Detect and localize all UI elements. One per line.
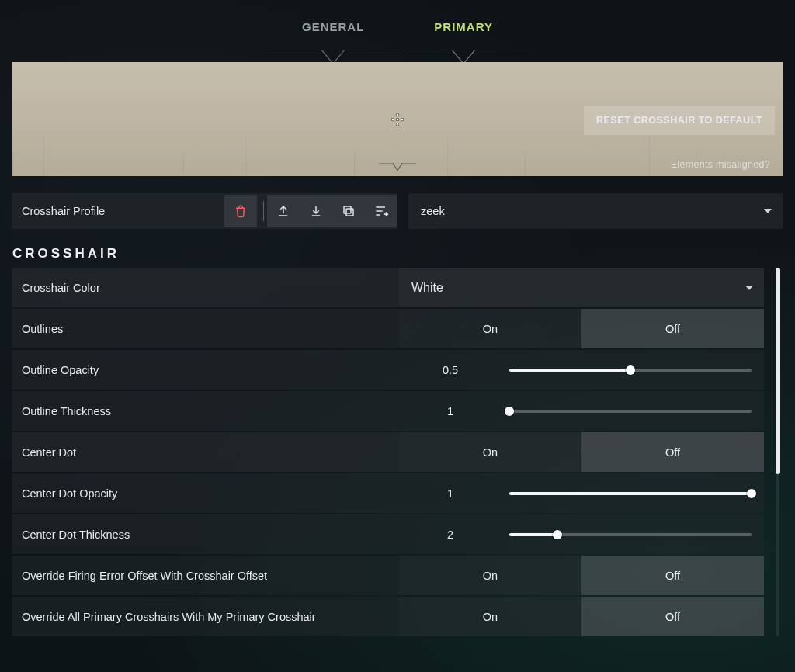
crosshair-icon	[392, 114, 403, 125]
override-firing-off[interactable]: Off	[581, 556, 764, 595]
center-dot-opacity-control: 1	[399, 473, 764, 513]
copy-profile-button[interactable]	[332, 195, 365, 227]
section-title-crosshair: CROSSHAIR	[12, 246, 783, 262]
svg-rect-0	[346, 209, 353, 216]
tab-primary[interactable]: PRIMARY	[434, 20, 493, 50]
row-label: Override Firing Error Offset With Crossh…	[12, 570, 399, 582]
settings-tabs: GENERAL PRIMARY	[0, 0, 795, 50]
sort-icon	[373, 203, 389, 219]
outline-thickness-control: 1	[399, 391, 764, 431]
profile-tools	[224, 193, 398, 229]
center-dot-opacity-slider[interactable]	[502, 473, 764, 513]
chevron-down-icon	[764, 209, 772, 213]
row-label: Outline Opacity	[12, 364, 399, 376]
row-override-all: Override All Primary Crosshairs With My …	[12, 597, 764, 636]
override-firing-toggle: On Off	[399, 556, 764, 595]
copy-icon	[342, 204, 356, 218]
reset-crosshair-button[interactable]: RESET CROSSHAIR TO DEFAULT	[584, 106, 775, 135]
center-dot-thickness-control: 2	[399, 514, 764, 554]
center-dot-thickness-value[interactable]: 2	[399, 528, 502, 541]
row-center-dot-opacity: Center Dot Opacity 1	[12, 473, 764, 513]
row-label: Center Dot	[12, 446, 399, 459]
row-outline-thickness: Outline Thickness 1	[12, 391, 764, 431]
trash-icon	[234, 204, 248, 218]
override-firing-on[interactable]: On	[399, 556, 581, 595]
preview-notch-icon	[379, 163, 416, 176]
row-outline-opacity: Outline Opacity 0.5	[12, 350, 764, 390]
row-override-firing: Override Firing Error Offset With Crossh…	[12, 556, 764, 595]
crosshair-preview: RESET CROSSHAIR TO DEFAULT Elements misa…	[12, 62, 783, 176]
override-all-toggle: On Off	[399, 597, 764, 636]
crosshair-profile-select[interactable]: zeek	[408, 193, 783, 229]
outlines-on[interactable]: On	[399, 309, 581, 348]
row-center-dot-thickness: Center Dot Thickness 2	[12, 514, 764, 554]
crosshair-color-value: White	[411, 281, 443, 295]
center-dot-toggle: On Off	[399, 432, 764, 472]
crosshair-profile-value: zeek	[421, 205, 445, 217]
row-label: Outline Thickness	[12, 405, 399, 417]
export-profile-button[interactable]	[267, 195, 300, 227]
crosshair-profile-panel: Crosshair Profile	[12, 193, 398, 229]
row-outlines: Outlines On Off	[12, 309, 764, 348]
outline-opacity-control: 0.5	[399, 350, 764, 390]
center-dot-off[interactable]: Off	[581, 432, 764, 472]
svg-rect-1	[344, 206, 351, 213]
center-dot-on[interactable]: On	[399, 432, 581, 472]
row-label: Crosshair Color	[12, 282, 399, 294]
outline-thickness-slider[interactable]	[502, 391, 764, 431]
delete-profile-button[interactable]	[224, 195, 257, 227]
download-icon	[309, 204, 323, 218]
tab-primary-label: PRIMARY	[434, 20, 493, 33]
row-label: Outlines	[12, 323, 399, 335]
outline-opacity-slider[interactable]	[502, 350, 764, 390]
override-all-on[interactable]: On	[399, 597, 581, 636]
outline-opacity-value[interactable]: 0.5	[399, 364, 502, 376]
crosshair-profile-label: Crosshair Profile	[22, 205, 105, 217]
separator	[263, 201, 264, 221]
scrollbar-thumb[interactable]	[776, 268, 780, 474]
upload-icon	[276, 204, 290, 218]
center-dot-opacity-value[interactable]: 1	[399, 487, 502, 500]
override-all-off[interactable]: Off	[581, 597, 764, 636]
row-crosshair-color: Crosshair Color White	[12, 268, 764, 307]
row-label: Center Dot Opacity	[12, 487, 399, 500]
import-profile-button[interactable]	[300, 195, 332, 227]
outline-thickness-value[interactable]: 1	[399, 405, 502, 417]
row-label: Center Dot Thickness	[12, 528, 399, 541]
outlines-off[interactable]: Off	[581, 309, 764, 348]
crosshair-profile-bar: Crosshair Profile	[12, 193, 783, 229]
outlines-toggle: On Off	[399, 309, 764, 348]
center-dot-thickness-slider[interactable]	[502, 514, 764, 554]
tab-general-label: GENERAL	[302, 20, 364, 33]
tab-general[interactable]: GENERAL	[302, 20, 364, 50]
sort-profiles-button[interactable]	[365, 195, 398, 227]
crosshair-color-select[interactable]: White	[399, 268, 764, 307]
row-label: Override All Primary Crosshairs With My …	[12, 611, 399, 623]
crosshair-settings-list: Crosshair Color White Outlines On Off Ou…	[12, 268, 783, 636]
elements-misaligned-link[interactable]: Elements misaligned?	[671, 159, 770, 170]
chevron-down-icon	[745, 286, 753, 290]
row-center-dot: Center Dot On Off	[12, 432, 764, 472]
